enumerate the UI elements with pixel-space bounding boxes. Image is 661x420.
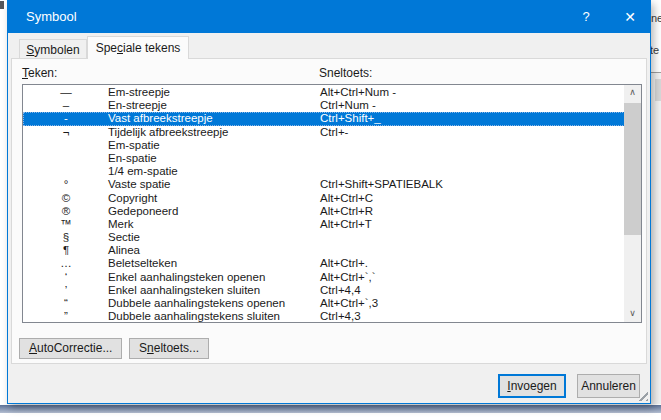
list-item[interactable]: Em-spatie	[23, 139, 625, 152]
character-rows: —Em-streepjeAlt+Ctrl+Num -–En-streepjeCt…	[23, 86, 625, 323]
character-shortcut: Alt+Ctrl+R	[320, 205, 373, 218]
character-shortcut: Ctrl+Shift+SPATIEBALK	[320, 178, 443, 191]
scroll-down-icon[interactable]: ∨	[624, 306, 641, 322]
list-item[interactable]: –En-streepjeCtrl+Num -	[23, 99, 625, 112]
list-item[interactable]: ¬Tijdelijk afbreekstreepjeCtrl+-	[23, 126, 625, 139]
character-name: Sectie	[108, 231, 140, 244]
character-glyph: -	[23, 112, 109, 125]
character-glyph: ¬	[23, 126, 109, 139]
character-shortcut: Alt+Ctrl+.	[320, 257, 368, 270]
list-item[interactable]: ”Dubbele aanhalingstekens sluitenCtrl+4,…	[23, 310, 625, 323]
tab-page: Teken: Sneltoets: —Em-streepjeAlt+Ctrl+N…	[11, 58, 647, 364]
dialog-title: Symbool	[26, 1, 77, 33]
list-item[interactable]: -Vast afbreekstreepjeCtrl+Shift+_	[23, 112, 625, 125]
list-item[interactable]: ©CopyrightAlt+Ctrl+C	[23, 192, 625, 205]
character-glyph: ¶	[23, 244, 109, 257]
scrollbar-thumb[interactable]	[624, 103, 641, 235]
character-glyph: —	[23, 86, 109, 99]
character-name: Tijdelijk afbreekstreepje	[108, 126, 228, 139]
scroll-up-icon[interactable]: ∧	[624, 85, 641, 101]
background-text-fragment: ne	[651, 12, 661, 24]
cancel-button[interactable]: Annuleren	[577, 374, 640, 398]
character-shortcut: Ctrl+4,3	[320, 310, 361, 323]
list-item[interactable]: ‘Enkel aanhalingsteken openenAlt+Ctrl+`,…	[23, 271, 625, 284]
character-name: En-streepje	[108, 99, 167, 112]
background-scrollbar	[655, 79, 661, 101]
character-shortcut: Alt+Ctrl+C	[320, 192, 373, 205]
character-glyph: §	[23, 231, 109, 244]
list-item[interactable]: En-spatie	[23, 152, 625, 165]
symbol-dialog: Symbool ? ✕ Symbolen Speciale tekens Tek…	[7, 0, 651, 404]
close-icon[interactable]: ✕	[615, 1, 645, 33]
character-name: Copyright	[108, 192, 157, 205]
character-shortcut: Alt+Ctrl+Num -	[320, 86, 396, 99]
list-item[interactable]: ™MerkAlt+Ctrl+T	[23, 218, 625, 231]
character-glyph: …	[23, 257, 109, 270]
background-window-edge	[0, 405, 661, 413]
background-text-fragment	[0, 1, 4, 9]
character-glyph: ©	[23, 192, 109, 205]
list-item[interactable]: °Vaste spatieCtrl+Shift+SPATIEBALK	[23, 178, 625, 191]
autocorrect-button[interactable]: AutoCorrectie...	[19, 338, 122, 359]
sneltoets-column-label: Sneltoets:	[319, 66, 372, 80]
list-item[interactable]: 1/4 em-spatie	[23, 165, 625, 178]
background-panel	[651, 73, 661, 404]
screen: ne te Symbool ? ✕ Symbolen Speciale teke…	[0, 0, 661, 420]
character-name: Enkel aanhalingsteken openen	[108, 271, 265, 284]
shortcut-key-button[interactable]: Sneltoets...	[129, 338, 209, 359]
insert-button[interactable]: Invoegen	[498, 374, 566, 398]
character-name: Vaste spatie	[108, 178, 170, 191]
character-shortcut: Ctrl+-	[320, 126, 348, 139]
character-name: Em-spatie	[108, 139, 160, 152]
help-button[interactable]: ?	[571, 1, 601, 33]
character-name: 1/4 em-spatie	[108, 165, 178, 178]
list-item[interactable]: ¶Alinea	[23, 244, 625, 257]
character-glyph: ’	[23, 284, 109, 297]
list-item[interactable]: §Sectie	[23, 231, 625, 244]
tab-speciale-tekens[interactable]: Speciale tekens	[87, 36, 189, 59]
character-glyph: °	[23, 178, 109, 191]
scrollbar[interactable]: ∧ ∨	[624, 85, 641, 322]
character-list: —Em-streepjeAlt+Ctrl+Num -–En-streepjeCt…	[22, 84, 642, 323]
character-glyph: –	[23, 99, 109, 112]
character-name: Dubbele aanhalingstekens sluiten	[108, 310, 280, 323]
character-shortcut: Ctrl+4,4	[320, 284, 361, 297]
background-text-fragment: te	[650, 44, 659, 56]
list-item[interactable]: ®GedeponeerdAlt+Ctrl+R	[23, 205, 625, 218]
character-shortcut: Ctrl+Num -	[320, 99, 376, 112]
character-shortcut: Alt+Ctrl+`,`	[320, 271, 376, 284]
list-item[interactable]: …BeletseltekenAlt+Ctrl+.	[23, 257, 625, 270]
character-shortcut: Alt+Ctrl+T	[320, 218, 372, 231]
character-shortcut: Alt+Ctrl+`,3	[320, 297, 378, 310]
character-name: Vast afbreekstreepje	[108, 112, 213, 125]
character-glyph: “	[23, 297, 109, 310]
list-item[interactable]: “Dubbele aanhalingstekens openenAlt+Ctrl…	[23, 297, 625, 310]
character-name: Enkel aanhalingsteken sluiten	[108, 284, 260, 297]
character-glyph: ‘	[23, 271, 109, 284]
character-glyph: ®	[23, 205, 109, 218]
teken-column-label: Teken:	[22, 66, 57, 80]
list-item[interactable]: ’Enkel aanhalingsteken sluitenCtrl+4,4	[23, 284, 625, 297]
character-name: Dubbele aanhalingstekens openen	[108, 297, 285, 310]
tab-symbolen[interactable]: Symbolen	[19, 39, 87, 59]
character-name: Em-streepje	[108, 86, 170, 99]
character-name: Merk	[108, 218, 134, 231]
character-glyph: ”	[23, 310, 109, 323]
character-name: En-spatie	[108, 152, 157, 165]
list-item[interactable]: —Em-streepjeAlt+Ctrl+Num -	[23, 86, 625, 99]
character-name: Beletselteken	[108, 257, 177, 270]
character-glyph: ™	[23, 218, 109, 231]
character-name: Gedeponeerd	[108, 205, 178, 218]
character-shortcut: Ctrl+Shift+_	[320, 112, 381, 125]
character-name: Alinea	[108, 244, 140, 257]
titlebar[interactable]: Symbool ? ✕	[8, 1, 650, 33]
